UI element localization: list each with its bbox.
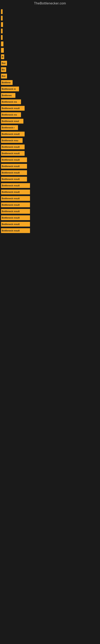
bottleneck-label: Bottleneck result xyxy=(2,197,20,200)
bottleneck-bar: Bottleneck result xyxy=(1,132,25,136)
bottleneck-bar xyxy=(1,28,2,34)
list-item: Bo xyxy=(1,67,99,72)
bottleneck-label: Bottleneck result xyxy=(2,216,20,219)
bottleneck-label: Bottleneck result xyxy=(2,152,20,154)
bottleneck-bar: Bottleneck res xyxy=(1,112,21,117)
list-item: Bottleneck result xyxy=(1,144,99,150)
bottleneck-bar: Bottleneck result xyxy=(1,164,27,169)
list-item xyxy=(1,48,99,53)
bottleneck-bar: Bottleneck re xyxy=(1,86,19,91)
bottleneck-bar: Bottleneck result xyxy=(1,228,30,233)
list-item: Bottleneck result xyxy=(1,208,99,214)
list-item: Bottleneck result xyxy=(1,222,99,227)
bottleneck-bar: Bottleneck r xyxy=(1,125,18,130)
list-item xyxy=(1,41,99,47)
bottleneck-bar: Bottleneck result xyxy=(1,151,25,156)
bottleneck-bar xyxy=(1,9,2,14)
bottleneck-label: Bo xyxy=(2,68,5,71)
list-item: Bottleneck r xyxy=(1,125,99,130)
bottleneck-label: Bot xyxy=(2,62,5,64)
bottleneck-bar xyxy=(1,48,4,53)
bottleneck-label: Bottleneck result xyxy=(2,146,20,148)
bottleneck-bar xyxy=(1,35,2,40)
bottleneck-bar: Bottleneck result xyxy=(1,190,30,194)
bottleneck-bar: Bottleneck result xyxy=(1,215,30,220)
list-item xyxy=(1,9,99,14)
list-item: Bottleneck result xyxy=(1,106,99,111)
list-item: Bottleneck result xyxy=(1,183,99,188)
bottleneck-bar: Bottleneck result xyxy=(1,209,30,214)
bottleneck-label: Bottleneck result xyxy=(2,172,20,174)
site-title-wrapper: TheBottlenecker.com xyxy=(0,0,100,7)
list-item: B xyxy=(1,54,99,60)
bottleneck-label: Bottleneck result xyxy=(2,210,20,212)
bottleneck-bar xyxy=(1,42,3,46)
list-item: Bottleneck result xyxy=(1,131,99,137)
list-item xyxy=(1,28,99,34)
bottleneck-bar xyxy=(1,16,2,20)
list-item xyxy=(1,34,99,40)
bottleneck-bar: Bottlene xyxy=(1,80,13,85)
bottleneck-label: Bottleneck result xyxy=(2,230,20,232)
list-item: Bottleneck result xyxy=(1,196,99,201)
list-item: Bottleneck result xyxy=(1,150,99,156)
bottleneck-bar: Bottleneck result xyxy=(1,144,25,149)
list-item: Bottleneck res xyxy=(1,112,99,118)
bottleneck-bar: Bottleneck result xyxy=(1,158,27,162)
bottleneck-bar: B xyxy=(1,54,4,59)
bottleneck-bar: Bottleneck resul xyxy=(1,119,23,124)
bottleneck-label: Bottleneck result xyxy=(2,165,20,168)
bottleneck-bar: Bottleneck result xyxy=(1,202,30,207)
list-item: Bottleneck result xyxy=(1,157,99,162)
bottleneck-label: Bottleneck result xyxy=(2,191,20,193)
bottleneck-bar: Bottleneck result xyxy=(1,170,27,175)
bottleneck-bar: Bottleneck resu xyxy=(1,138,23,143)
bottleneck-bar: Bottleneck result xyxy=(1,196,30,201)
bottleneck-label: Bottleneck res xyxy=(2,100,17,103)
list-item: Bottleneck result xyxy=(1,170,99,176)
bottleneck-label: Bottlene xyxy=(2,81,11,84)
main-container: BBotBoBotBottleneBottleneck reBottlenecB… xyxy=(0,7,100,236)
bottleneck-bar: Bottlenec xyxy=(1,93,15,98)
list-item: Bottleneck result xyxy=(1,189,99,195)
list-item: Bottleneck re xyxy=(1,86,99,92)
bottleneck-label: Bot xyxy=(2,75,5,77)
bottleneck-bar: Bottleneck result xyxy=(1,183,30,188)
bottleneck-label: Bottleneck re xyxy=(2,88,16,90)
bottleneck-bar: Bottleneck result xyxy=(1,106,25,111)
bottleneck-bar: Bot xyxy=(1,61,7,66)
bottleneck-bar: Bottleneck result xyxy=(1,177,27,182)
site-title: TheBottlenecker.com xyxy=(0,0,100,7)
list-item xyxy=(1,22,99,27)
bottleneck-label: Bottleneck res xyxy=(2,114,17,116)
bottleneck-bar: Bottleneck result xyxy=(1,222,30,226)
bottleneck-label: Bottleneck result xyxy=(2,178,20,180)
bottleneck-label: Bottleneck result xyxy=(2,158,20,161)
bottleneck-bar: Bottleneck res xyxy=(1,100,21,104)
list-item: Bottleneck result xyxy=(1,228,99,234)
list-item: Bottleneck resul xyxy=(1,118,99,124)
list-item: Bottleneck result xyxy=(1,215,99,220)
list-item: Bottleneck result xyxy=(1,176,99,182)
bottleneck-bar xyxy=(1,22,3,27)
list-item: Bottleneck result xyxy=(1,202,99,208)
bottleneck-label: B xyxy=(2,56,3,58)
bottleneck-label: Bottleneck r xyxy=(2,126,15,129)
bottleneck-label: Bottleneck result xyxy=(2,223,20,226)
bottleneck-bar: Bot xyxy=(1,74,7,78)
bottleneck-label: Bottlenec xyxy=(2,94,12,96)
list-item: Bottleneck result xyxy=(1,164,99,169)
bottleneck-label: Bottleneck result xyxy=(2,184,20,187)
bottleneck-label: Bottleneck result xyxy=(2,133,20,135)
list-item: Bot xyxy=(1,60,99,66)
bottleneck-bar: Bo xyxy=(1,67,6,72)
bottleneck-label: Bottleneck result xyxy=(2,204,20,206)
list-item: Bottlenec xyxy=(1,92,99,98)
list-item xyxy=(1,15,99,21)
list-item: Bottleneck res xyxy=(1,99,99,105)
list-item: Bottlene xyxy=(1,80,99,85)
list-item: Bottleneck resu xyxy=(1,138,99,143)
bottleneck-label: Bottleneck result xyxy=(2,107,20,110)
bottleneck-label: Bottleneck resu xyxy=(2,139,18,142)
bottleneck-label: Bottleneck resul xyxy=(2,120,19,122)
